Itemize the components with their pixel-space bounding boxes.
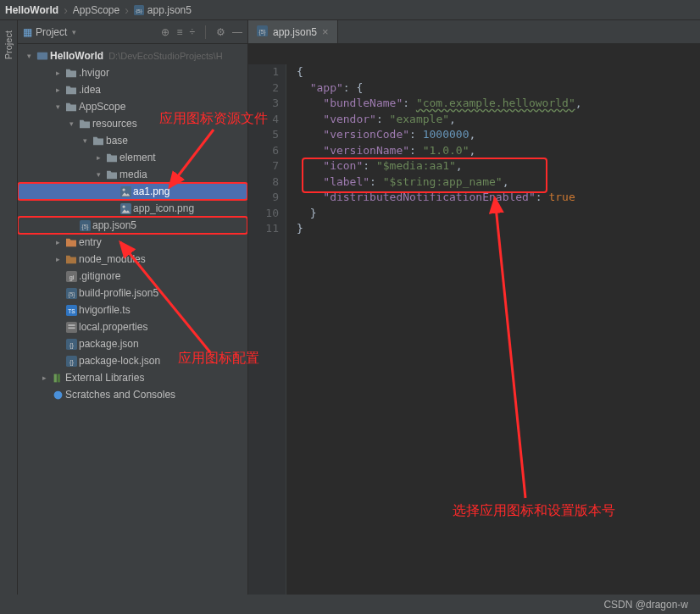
tree-label: app_icon.png: [133, 202, 194, 214]
tree-row[interactable]: ▸.hvigor: [18, 64, 247, 81]
project-tool-window-tab[interactable]: Project: [0, 20, 18, 595]
tree-row[interactable]: ▸.idea: [18, 81, 247, 98]
json5-icon: {5}: [257, 25, 268, 39]
watermark: CSDN @dragon-w: [603, 599, 688, 611]
tree-twisty-icon[interactable]: ▸: [38, 373, 50, 382]
line-number: 3: [248, 96, 279, 112]
chevron-down-icon[interactable]: ▾: [23, 52, 35, 60]
image-icon: [118, 203, 133, 214]
svg-text:{5}: {5}: [259, 28, 267, 35]
tree-row-project-root[interactable]: ▾ HelloWorld D:\DevEcoStudioProjects\H: [18, 47, 247, 64]
tree-label: AppScope: [79, 101, 125, 113]
svg-text:{5}: {5}: [68, 290, 75, 297]
sidebar-header: ▦ Project ▾ ⊕ ≡ ÷ ⚙ —: [18, 20, 247, 44]
tree-label: build-profile.json5: [79, 287, 158, 299]
project-tool-window-label: Project: [3, 27, 14, 63]
props-icon: [64, 322, 79, 333]
editor-tabbar: {5} app.json5 ×: [248, 20, 700, 44]
tree-twisty-icon[interactable]: ▸: [92, 153, 104, 162]
chevron-down-icon[interactable]: ▾: [72, 28, 76, 36]
breadcrumb-appscope[interactable]: AppScope: [73, 4, 119, 16]
editor-tab-app-json5[interactable]: {5} app.json5 ×: [248, 20, 338, 43]
image-icon: [118, 186, 133, 197]
tree-row[interactable]: ▾media: [18, 166, 247, 183]
tree-twisty-icon[interactable]: ▸: [52, 238, 64, 246]
svg-point-6: [122, 205, 125, 207]
breadcrumb: HelloWorld › AppScope › {5} app.json5: [0, 0, 700, 20]
line-number: 8: [248, 174, 279, 191]
project-path: D:\DevEcoStudioProjects\H: [108, 51, 223, 61]
line-number: 4: [248, 112, 279, 128]
tree-row[interactable]: ▾base: [18, 132, 247, 149]
breadcrumb-file[interactable]: app.json5: [147, 4, 192, 16]
tree-label: media: [119, 169, 147, 180]
folder-src-icon: [64, 237, 79, 247]
tree-row[interactable]: {}package-lock.json: [18, 352, 247, 369]
tree-label: local.properties: [79, 321, 147, 333]
svg-rect-23: [57, 373, 59, 382]
folder-icon: [64, 85, 79, 95]
tree-row[interactable]: {}package.json: [18, 335, 247, 352]
folder-icon: [77, 119, 92, 129]
tree-row[interactable]: gi.gitignore: [18, 268, 247, 285]
code-editor[interactable]: 1234567891011 { "app": { "bundleName": "…: [248, 44, 700, 595]
project-sidebar: ▦ Project ▾ ⊕ ≡ ÷ ⚙ — ▾ HelloWorld D:\De…: [18, 20, 248, 595]
line-number: 6: [248, 143, 279, 159]
tree-twisty-icon[interactable]: ▾: [52, 102, 64, 111]
tree-row[interactable]: local.properties: [18, 318, 247, 335]
tree-row[interactable]: ▸element: [18, 149, 247, 166]
tree-twisty-icon[interactable]: ▾: [65, 119, 77, 128]
json-icon: {}: [64, 356, 79, 367]
tree-twisty-icon[interactable]: ▾: [79, 136, 91, 145]
folder-icon: [104, 152, 119, 163]
svg-text:{5}: {5}: [81, 223, 89, 230]
close-icon[interactable]: ×: [322, 25, 329, 38]
tree-row[interactable]: ▸External Libraries: [18, 369, 247, 386]
breadcrumb-root[interactable]: HelloWorld: [5, 4, 58, 16]
target-icon[interactable]: ⊕: [161, 26, 169, 38]
folder-icon: [91, 136, 106, 146]
code-content[interactable]: { "app": { "bundleName": "com.example.he…: [286, 64, 700, 595]
tree-twisty-icon[interactable]: ▸: [52, 86, 64, 94]
gutter: 1234567891011: [248, 64, 286, 595]
tree-label: Scratches and Consoles: [65, 389, 175, 401]
tree-twisty-icon[interactable]: ▾: [92, 170, 104, 179]
tree-row[interactable]: TShvigorfile.ts: [18, 301, 247, 318]
tree-label: base: [106, 135, 128, 147]
svg-text:{}: {}: [69, 357, 74, 365]
tree-row[interactable]: ▾resources: [18, 115, 247, 132]
hide-icon[interactable]: —: [232, 26, 242, 38]
tree-row[interactable]: {5}app.json5: [18, 217, 247, 234]
svg-rect-22: [53, 373, 56, 382]
svg-point-24: [53, 390, 62, 399]
project-tree[interactable]: ▾ HelloWorld D:\DevEcoStudioProjects\H ▸…: [18, 44, 247, 595]
line-number: 5: [248, 127, 279, 143]
tab-label: app.json5: [273, 26, 317, 38]
project-view-label[interactable]: Project: [36, 26, 67, 38]
expand-icon[interactable]: ≡: [176, 26, 182, 38]
json5-icon: {5}: [77, 220, 92, 231]
editor-area: {5} app.json5 × 1234567891011 { "app": {…: [248, 20, 700, 595]
tree-row[interactable]: ▸entry: [18, 234, 247, 251]
folder-icon: [64, 102, 79, 112]
tree-label: package-lock.json: [79, 355, 160, 367]
tree-row[interactable]: Scratches and Consoles: [18, 386, 247, 403]
tree-twisty-icon[interactable]: ▸: [52, 255, 64, 263]
tree-twisty-icon[interactable]: ▸: [52, 69, 64, 77]
tree-row[interactable]: aa1.png: [18, 183, 247, 200]
tree-row[interactable]: app_icon.png: [18, 200, 247, 217]
tree-label: .hvigor: [79, 67, 109, 79]
svg-text:{5}: {5}: [136, 8, 142, 14]
tree-row[interactable]: ▸node_modules: [18, 251, 247, 268]
tree-row[interactable]: {5}build-profile.json5: [18, 285, 247, 301]
line-number: 7: [248, 158, 279, 174]
line-number: 2: [248, 80, 279, 97]
svg-rect-2: [37, 53, 47, 60]
gear-icon[interactable]: ⚙: [216, 26, 225, 38]
tree-label: app.json5: [92, 219, 136, 231]
collapse-icon[interactable]: ÷: [189, 26, 195, 38]
svg-point-4: [122, 188, 125, 191]
svg-text:{}: {}: [69, 340, 74, 348]
tree-row[interactable]: ▾AppScope: [18, 98, 247, 115]
folder-icon: [64, 68, 79, 78]
